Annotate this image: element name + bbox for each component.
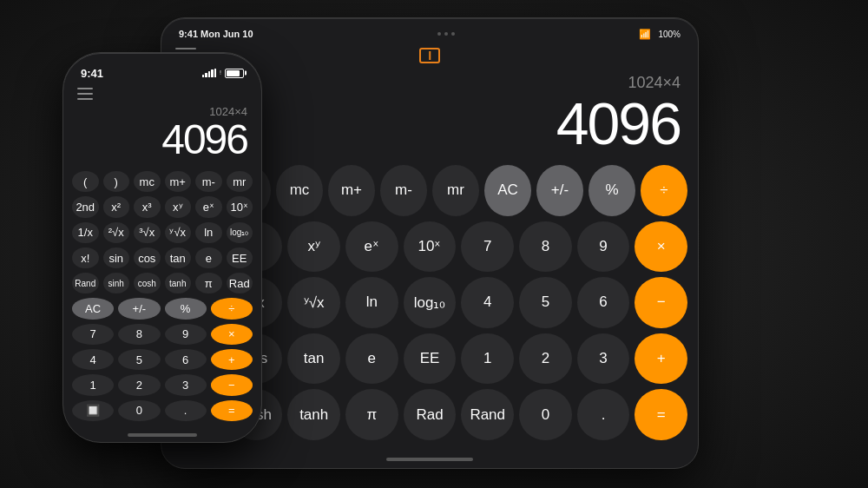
iphone-btn-3-3[interactable]: tan	[165, 247, 192, 268]
iphone-btn-6-0[interactable]: 7	[72, 324, 114, 345]
iphone-btn-4-3[interactable]: tanh	[165, 273, 192, 293]
ipad-btn-3-6[interactable]: 2	[519, 333, 572, 385]
iphone-device: 9:41 ᵎ	[62, 52, 262, 443]
iphone-btn-6-1[interactable]: 8	[118, 324, 160, 345]
ipad-btn-4-5[interactable]: Rand	[461, 389, 514, 440]
ipad-btn-0-6[interactable]: AC	[484, 165, 531, 216]
ipad-btn-0-5[interactable]: mr	[432, 165, 479, 216]
iphone-btn-0-1[interactable]: )	[103, 171, 130, 192]
iphone-btn-1-5[interactable]: 10ˣ	[227, 196, 253, 217]
iphone-btn-5-1[interactable]: +/-	[118, 298, 160, 319]
iphone-line-2	[77, 93, 93, 95]
iphone-btn-2-4[interactable]: ln	[195, 222, 222, 243]
iphone-btn-4-2[interactable]: cosh	[134, 273, 161, 293]
ipad-btn-0-4[interactable]: m-	[380, 165, 427, 216]
iphone-btn-2-2[interactable]: ³√x	[134, 222, 161, 243]
ipad-btn-1-7[interactable]: 9	[577, 221, 630, 273]
ipad-btn-3-3[interactable]: e	[345, 333, 398, 385]
ipad-btn-1-5[interactable]: 7	[461, 221, 514, 273]
iphone-btn-9-2[interactable]: .	[165, 400, 207, 421]
iphone-btn-7-0[interactable]: 4	[72, 349, 114, 370]
iphone-btn-2-0[interactable]: 1/x	[72, 222, 99, 243]
ipad-btn-4-7[interactable]: .	[577, 389, 630, 440]
iphone-btn-2-3[interactable]: ʸ√x	[165, 222, 192, 243]
iphone-btn-9-3[interactable]: =	[211, 400, 253, 421]
iphone-btn-0-2[interactable]: mc	[134, 171, 161, 192]
ipad-btn-2-7[interactable]: 6	[577, 277, 630, 328]
bar3	[208, 71, 211, 77]
iphone-btn-8-2[interactable]: 3	[165, 374, 207, 395]
ipad-battery-pct: 100%	[658, 30, 681, 39]
iphone-toolbar	[63, 86, 261, 102]
iphone-row-3: x!sincostaneEE	[72, 247, 253, 268]
iphone-btn-9-0[interactable]: 🔲	[72, 400, 114, 421]
iphone-menu-icon[interactable]	[77, 88, 93, 100]
ipad-btn-2-8[interactable]: −	[635, 277, 687, 328]
iphone-btn-0-0[interactable]: (	[72, 171, 99, 192]
iphone-btn-2-5[interactable]: log₁₀	[227, 222, 253, 243]
iphone-btn-8-0[interactable]: 1	[72, 374, 114, 395]
ipad-btn-1-3[interactable]: eˣ	[345, 221, 398, 273]
iphone-btn-1-3[interactable]: xʸ	[165, 196, 192, 217]
iphone-btn-1-4[interactable]: eˣ	[195, 196, 222, 217]
ipad-btn-4-8[interactable]: =	[635, 389, 687, 440]
ipad-btn-2-3[interactable]: ln	[345, 277, 398, 328]
ipad-btn-2-6[interactable]: 5	[519, 277, 572, 328]
iphone-btn-9-1[interactable]: 0	[118, 400, 160, 421]
iphone-btn-5-2[interactable]: %	[165, 298, 207, 319]
ipad-btn-1-4[interactable]: 10ˣ	[404, 221, 457, 273]
iphone-btn-7-3[interactable]: +	[211, 349, 253, 370]
iphone-display: 1024×4 4096	[63, 102, 261, 168]
ipad-btn-2-2[interactable]: ʸ√x	[287, 277, 340, 328]
iphone-btn-8-3[interactable]: −	[211, 374, 253, 395]
ipad-btn-2-5[interactable]: 4	[461, 277, 514, 328]
iphone-btn-3-0[interactable]: x!	[72, 247, 99, 268]
iphone-btn-1-1[interactable]: x²	[103, 196, 130, 217]
iphone-btn-7-1[interactable]: 5	[118, 349, 160, 370]
iphone-btn-3-4[interactable]: e	[195, 247, 222, 268]
iphone-row-2: 1/x²√x³√xʸ√xlnlog₁₀	[72, 222, 253, 243]
iphone-btn-0-4[interactable]: m-	[195, 171, 222, 192]
ipad-btn-0-8[interactable]: %	[589, 165, 635, 216]
ipad-btn-4-6[interactable]: 0	[519, 389, 572, 440]
iphone-btn-0-3[interactable]: m+	[165, 171, 192, 192]
ipad-btn-2-4[interactable]: log₁₀	[404, 277, 457, 328]
ipad-btn-3-2[interactable]: tan	[287, 333, 340, 385]
ipad-btn-3-5[interactable]: 1	[461, 333, 514, 385]
ipad-btn-1-2[interactable]: xʸ	[287, 221, 340, 273]
iphone-btn-4-4[interactable]: π	[195, 273, 222, 293]
iphone-btn-0-5[interactable]: mr	[227, 171, 253, 192]
iphone-btn-6-3[interactable]: ×	[211, 324, 253, 345]
iphone-btn-6-2[interactable]: 9	[165, 324, 207, 345]
ipad-btn-0-2[interactable]: mc	[276, 165, 323, 216]
iphone-btn-4-5[interactable]: Rad	[227, 273, 253, 293]
iphone-btn-3-1[interactable]: sin	[103, 247, 130, 268]
iphone-btn-7-2[interactable]: 6	[165, 349, 207, 370]
iphone-time: 9:41	[81, 67, 103, 80]
iphone-btn-5-3[interactable]: ÷	[211, 298, 253, 319]
iphone-btn-5-0[interactable]: AC	[72, 298, 114, 319]
ipad-btn-3-7[interactable]: 3	[577, 333, 630, 385]
ipad-btn-1-6[interactable]: 8	[519, 221, 572, 273]
ipad-btn-0-7[interactable]: +/-	[536, 165, 583, 216]
iphone-btn-4-0[interactable]: Rand	[72, 273, 99, 293]
ipad-btn-4-2[interactable]: tanh	[287, 389, 340, 440]
ipad-btn-4-4[interactable]: Rad	[404, 389, 457, 440]
ipad-btn-0-3[interactable]: m+	[328, 165, 375, 216]
ipad-btn-4-3[interactable]: π	[345, 389, 398, 440]
ipad-btn-1-8[interactable]: ×	[635, 221, 687, 273]
bar5	[214, 69, 217, 77]
iphone-row-5: AC+/-%÷	[72, 298, 253, 319]
bar4	[211, 69, 214, 77]
iphone-btn-2-1[interactable]: ²√x	[103, 222, 130, 243]
iphone-button-grid: ()mcm+m-mr2ndx²x³xʸeˣ10ˣ1/x²√x³√xʸ√xlnlo…	[63, 168, 261, 430]
iphone-btn-1-2[interactable]: x³	[134, 196, 161, 217]
iphone-btn-8-1[interactable]: 2	[118, 374, 160, 395]
ipad-btn-3-4[interactable]: EE	[404, 333, 457, 385]
iphone-btn-3-2[interactable]: cos	[134, 247, 161, 268]
iphone-btn-4-1[interactable]: sinh	[103, 273, 130, 293]
iphone-btn-3-5[interactable]: EE	[227, 247, 253, 268]
ipad-btn-3-8[interactable]: +	[635, 333, 687, 385]
ipad-btn-0-9[interactable]: ÷	[641, 165, 687, 216]
iphone-btn-1-0[interactable]: 2nd	[72, 196, 99, 217]
